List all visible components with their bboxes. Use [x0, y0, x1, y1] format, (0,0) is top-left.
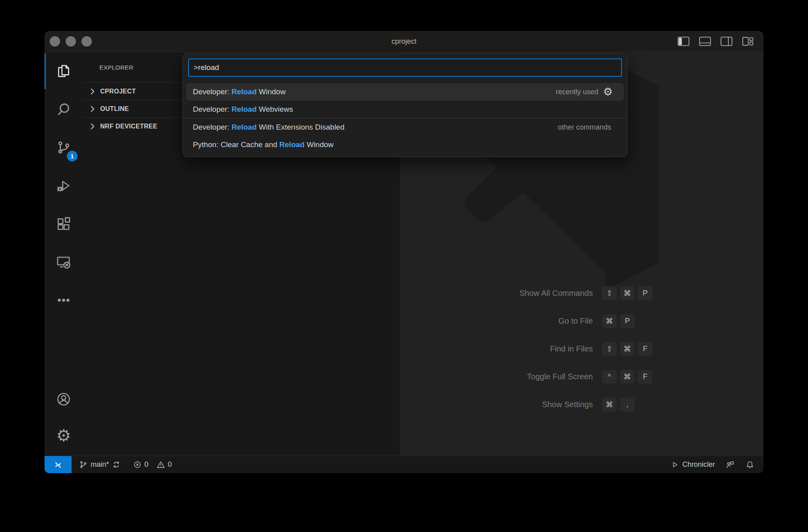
shortcut-keys: ⌘,: [602, 398, 635, 412]
activity-item-remote-explorer[interactable]: [45, 243, 83, 281]
watermark-shortcut-row[interactable]: Toggle Full Screen^⌘F: [401, 363, 763, 390]
watermark-shortcut-row[interactable]: Show Settings⌘,: [401, 390, 763, 418]
branch-name: main*: [91, 460, 109, 469]
activity-item-run-debug[interactable]: [45, 167, 83, 205]
warning-count: 0: [168, 460, 172, 469]
palette-item-meta: other commands: [558, 123, 611, 132]
remote-indicator-button[interactable]: [45, 456, 72, 473]
keycap: F: [638, 370, 653, 384]
keycap: P: [620, 314, 635, 328]
desktop-background: cproject 1 ⚙ EXPLORER CPROJECTOUTLINENRF…: [0, 0, 808, 532]
keycap: ⌘: [602, 398, 617, 412]
keycap: ⌘: [620, 342, 635, 356]
keycap: ,: [620, 398, 635, 412]
palette-item-label: Developer: Reload Webviews: [193, 105, 293, 114]
watermark-shortcut-row[interactable]: Find in Files⇧⌘F: [401, 335, 763, 363]
palette-item[interactable]: Python: Clear Cache and Reload Window: [183, 136, 627, 153]
layout-controls: [678, 31, 754, 52]
palette-item-label: Developer: Reload Window: [193, 87, 286, 96]
chevron-right-icon: [88, 122, 97, 131]
palette-item-meta: recently used: [556, 88, 598, 96]
extensions-icon: [56, 216, 72, 232]
vscode-window: cproject 1 ⚙ EXPLORER CPROJECTOUTLINENRF…: [45, 31, 763, 473]
error-icon: [133, 460, 142, 469]
activity-item-accounts[interactable]: [45, 381, 83, 417]
chevron-right-icon: [88, 105, 97, 113]
shortcut-label: Show All Commands: [401, 289, 593, 298]
palette-item[interactable]: Developer: Reload Windowrecently used⚙: [186, 83, 624, 101]
command-palette-input[interactable]: [188, 58, 622, 77]
gear-icon: ⚙: [56, 427, 71, 444]
shortcut-keys: ⇧⌘P: [602, 286, 653, 300]
play-icon: [670, 460, 679, 469]
problems-status-item[interactable]: 0 0: [133, 460, 172, 469]
git-branch-icon: [79, 460, 88, 469]
notifications-bell-icon[interactable]: [745, 460, 755, 470]
chronicler-status-item[interactable]: Chronicler: [670, 460, 715, 469]
shortcut-label: Toggle Full Screen: [401, 372, 593, 381]
palette-item[interactable]: Developer: Reload With Extensions Disabl…: [183, 118, 627, 136]
command-palette: Developer: Reload Windowrecently used⚙De…: [183, 53, 627, 157]
keycap: F: [638, 342, 653, 356]
layout-panel-icon[interactable]: [699, 37, 711, 46]
layout-sidebar-left-icon[interactable]: [678, 37, 690, 46]
keycap: ⌘: [602, 314, 617, 328]
zoom-button[interactable]: [82, 36, 92, 47]
palette-item[interactable]: Developer: Reload Webviews: [183, 101, 627, 118]
keycap: P: [638, 286, 653, 300]
branch-status-item[interactable]: main*: [79, 460, 121, 469]
window-title: cproject: [45, 31, 763, 52]
remote-icon: [56, 254, 72, 270]
activity-item-explorer[interactable]: [45, 52, 83, 90]
keycap: ⇧: [602, 342, 617, 356]
shortcut-keys: ⌘P: [602, 314, 635, 328]
keycap: ⌘: [620, 370, 635, 384]
activity-item-extensions[interactable]: [45, 205, 83, 243]
remote-brackets-icon: [53, 460, 63, 470]
activity-bar: 1 ⚙: [45, 52, 83, 456]
command-palette-list: Developer: Reload Windowrecently used⚙De…: [183, 83, 627, 153]
error-count: 0: [144, 460, 148, 469]
chronicler-label: Chronicler: [682, 460, 715, 469]
status-bar: main*: [45, 456, 763, 473]
section-label: CPROJECT: [100, 88, 136, 95]
traffic-lights: [50, 36, 92, 47]
watermark-shortcut-row[interactable]: Show All Commands⇧⌘P: [401, 279, 763, 307]
search-icon: [56, 101, 72, 117]
warning-icon: [156, 460, 165, 469]
ellipsis-icon: [56, 292, 72, 308]
layout-sidebar-right-icon[interactable]: [721, 37, 732, 46]
account-icon: [56, 391, 72, 407]
section-label: OUTLINE: [100, 105, 129, 113]
layout-customize-icon[interactable]: [742, 37, 754, 46]
activity-item-more-actions[interactable]: [45, 281, 83, 319]
files-icon: [56, 63, 72, 79]
activity-item-source-control[interactable]: 1: [45, 128, 83, 167]
titlebar: cproject: [45, 31, 763, 52]
shortcut-label: Find in Files: [401, 344, 593, 353]
shortcut-keys: ^⌘F: [602, 370, 653, 384]
keycap: ⇧: [602, 286, 617, 300]
keycap: ⌘: [620, 286, 635, 300]
palette-item-label: Developer: Reload With Extensions Disabl…: [193, 123, 344, 132]
minimize-button[interactable]: [66, 36, 76, 47]
palette-item-label: Python: Clear Cache and Reload Window: [193, 140, 334, 149]
keycap: ^: [602, 370, 617, 384]
close-button[interactable]: [50, 36, 60, 47]
shortcut-keys: ⇧⌘F: [602, 342, 653, 356]
source-control-badge: 1: [67, 151, 78, 161]
shortcut-label: Go to File: [401, 316, 593, 326]
feedback-person-icon[interactable]: [725, 460, 735, 470]
configure-keybinding-gear-icon[interactable]: ⚙: [603, 87, 613, 97]
watermark-shortcuts: Show All Commands⇧⌘PGo to File⌘PFind in …: [401, 279, 763, 418]
watermark-shortcut-row[interactable]: Go to File⌘P: [401, 307, 763, 335]
chevron-right-icon: [88, 87, 97, 96]
section-label: NRF DEVICETREE: [100, 123, 157, 130]
activity-item-settings[interactable]: ⚙: [45, 417, 83, 454]
activity-item-search[interactable]: [45, 90, 83, 128]
sync-icon: [112, 460, 121, 469]
debug-icon: [56, 178, 72, 194]
shortcut-label: Show Settings: [401, 400, 593, 409]
